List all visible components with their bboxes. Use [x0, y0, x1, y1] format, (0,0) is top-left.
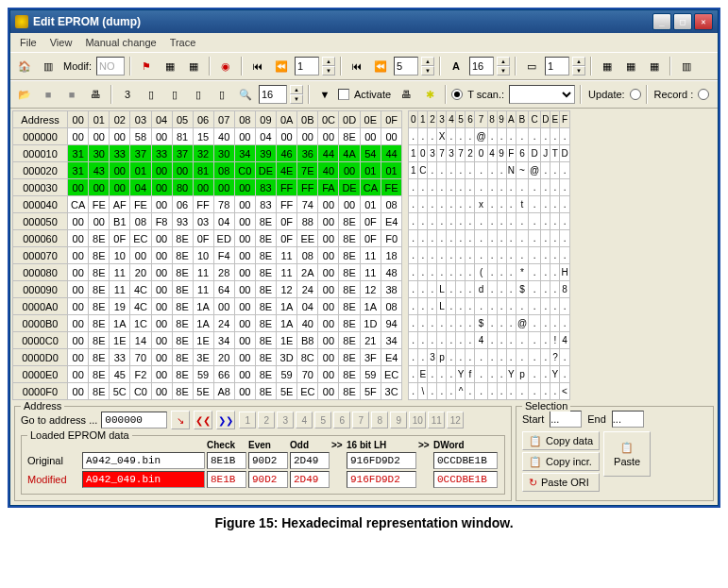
ascii-char[interactable]: . — [456, 196, 466, 213]
original-16bit[interactable] — [347, 452, 416, 469]
hex-byte[interactable]: 33 — [151, 145, 172, 162]
ascii-char[interactable]: . — [506, 128, 516, 145]
ascii-char[interactable]: . — [529, 179, 541, 196]
hex-byte[interactable]: 88 — [297, 213, 318, 230]
ascii-char[interactable]: . — [516, 332, 528, 349]
hex-byte[interactable]: 08 — [130, 213, 151, 230]
ascii-char[interactable]: . — [506, 179, 516, 196]
ascii-char[interactable]: . — [497, 128, 506, 145]
hex-byte[interactable]: 00 — [110, 179, 130, 196]
ascii-char[interactable]: . — [428, 162, 437, 179]
menu-manual-change[interactable]: Manual change — [79, 35, 161, 50]
ascii-row[interactable]: ................ — [409, 213, 569, 230]
hex-byte[interactable]: 00 — [68, 281, 89, 298]
ascii-char[interactable]: . — [541, 281, 550, 298]
ascii-char[interactable]: . — [529, 128, 541, 145]
hex-byte[interactable]: 1D — [360, 315, 381, 332]
ascii-char[interactable]: . — [409, 128, 418, 145]
hex-byte[interactable]: 00 — [68, 366, 89, 383]
hex-byte[interactable]: 59 — [277, 366, 297, 383]
hex-byte[interactable]: 8E — [255, 332, 276, 349]
home-icon[interactable]: 🏠 — [14, 56, 35, 76]
hex-row[interactable]: 000080008E1120008E1128008E112A008E1148 — [13, 264, 402, 281]
ascii-char[interactable]: * — [516, 264, 528, 281]
hex-byte[interactable]: 45 — [110, 366, 130, 383]
hex-byte[interactable]: 01 — [360, 162, 381, 179]
ascii-char[interactable]: D — [560, 145, 569, 162]
hex-byte[interactable]: 00 — [68, 298, 89, 315]
ascii-char[interactable]: . — [418, 213, 428, 230]
hex-row[interactable]: 000070008E1000008E10F4008E1108008E1118 — [13, 247, 402, 264]
hex-byte[interactable]: 1A — [193, 315, 213, 332]
tool-d-icon[interactable]: ▥ — [676, 56, 697, 76]
gear-icon[interactable]: 🖶 — [396, 84, 416, 105]
hex-byte[interactable]: 8E — [339, 213, 360, 230]
update-radio[interactable] — [630, 89, 641, 100]
hex-byte[interactable]: 11 — [360, 264, 381, 281]
bookmark-11[interactable]: 11 — [428, 412, 445, 428]
ascii-char[interactable]: . — [506, 349, 516, 366]
hex-byte[interactable]: 8E — [172, 349, 193, 366]
hex-byte[interactable]: 11 — [360, 247, 381, 264]
ascii-char[interactable]: ( — [475, 264, 487, 281]
start-input[interactable] — [550, 411, 582, 428]
ascii-char[interactable]: . — [447, 315, 456, 332]
hex-byte[interactable]: 0F — [110, 230, 130, 247]
hex-byte[interactable]: 12 — [277, 281, 297, 298]
hex-byte[interactable]: 00 — [151, 196, 172, 213]
ascii-char[interactable]: . — [475, 366, 487, 383]
ascii-char[interactable]: Y — [456, 366, 466, 383]
bookmark-6[interactable]: 6 — [333, 412, 350, 428]
hex-byte[interactable]: 24 — [213, 315, 234, 332]
hex-table[interactable]: Address000102030405060708090A0B0C0D0E0F0… — [12, 110, 402, 400]
tool-c-icon[interactable]: ▦ — [644, 56, 665, 76]
hex-byte[interactable]: 01 — [381, 162, 401, 179]
arrow2[interactable]: >> — [418, 440, 432, 450]
hex-row[interactable]: 000010313033373337323034394636444A5444 — [13, 145, 402, 162]
hex-byte[interactable]: 00 — [234, 349, 255, 366]
font-spin[interactable]: ▲▼ — [497, 57, 510, 76]
close-button[interactable]: ✕ — [694, 13, 713, 30]
search-spin[interactable]: ▲▼ — [290, 85, 303, 104]
hex-byte[interactable]: AF — [110, 196, 130, 213]
hex-byte[interactable]: 00 — [68, 247, 89, 264]
hex-byte[interactable]: 00 — [89, 128, 110, 145]
font-icon[interactable]: A — [446, 56, 466, 76]
menu-view[interactable]: View — [44, 35, 78, 50]
modified-dword[interactable] — [433, 471, 498, 488]
hex-byte[interactable]: 8E — [255, 213, 276, 230]
ascii-char[interactable]: . — [466, 281, 475, 298]
hex-byte[interactable]: 00 — [151, 128, 172, 145]
hex-byte[interactable]: 00 — [151, 383, 172, 400]
hex-byte[interactable]: E4 — [381, 213, 401, 230]
ascii-char[interactable]: . — [506, 281, 516, 298]
ascii-char[interactable]: . — [487, 298, 497, 315]
ascii-char[interactable]: . — [456, 213, 466, 230]
ascii-char[interactable]: 4 — [487, 145, 497, 162]
hex-byte[interactable]: 03 — [193, 213, 213, 230]
hex-byte[interactable]: 37 — [172, 145, 193, 162]
hex-row[interactable]: 000060008E0FEC008E0FED008E0FEE008E0FF0 — [13, 230, 402, 247]
hex-row[interactable]: 0000D0008E3370008E3E20008E3D8C008E3FE4 — [13, 349, 402, 366]
hex-byte[interactable]: E4 — [381, 349, 401, 366]
hex-byte[interactable]: CA — [360, 179, 381, 196]
nav2-first-icon[interactable]: ⏮ — [347, 56, 367, 76]
ascii-char[interactable]: . — [497, 264, 506, 281]
hex-byte[interactable]: 1E — [193, 332, 213, 349]
ascii-row[interactable]: .......4......!4 — [409, 332, 569, 349]
hex-byte[interactable]: 48 — [381, 264, 401, 281]
ascii-char[interactable]: 4 — [475, 332, 487, 349]
hex-byte[interactable]: 94 — [381, 315, 401, 332]
hex-byte[interactable]: 64 — [213, 281, 234, 298]
hex-byte[interactable]: 8E — [255, 247, 276, 264]
hex-byte[interactable]: 00 — [297, 128, 318, 145]
bookmark-10[interactable]: 10 — [409, 412, 426, 428]
hex-byte[interactable]: 40 — [213, 128, 234, 145]
filter-icon[interactable]: ▼ — [314, 84, 335, 105]
ascii-char[interactable]: . — [560, 349, 569, 366]
goto-next-button[interactable]: ❯❯ — [216, 411, 235, 429]
hex-byte[interactable]: 8C — [297, 349, 318, 366]
hex-byte[interactable]: FA — [318, 179, 339, 196]
ascii-row[interactable]: .\...^.........< — [409, 383, 569, 400]
hex-byte[interactable]: B8 — [297, 332, 318, 349]
